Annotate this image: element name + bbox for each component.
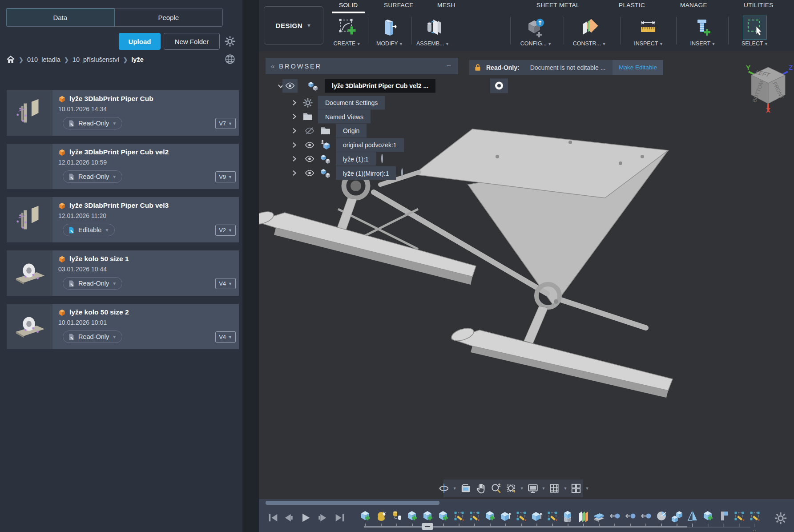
file-status-pill[interactable]: Read-Only▼ (63, 330, 122, 343)
timeline-feature-form-icon[interactable] (375, 510, 387, 522)
display-icon[interactable] (526, 483, 540, 494)
browser-row[interactable]: Origin (266, 124, 532, 137)
caret-down-icon[interactable]: ▼ (584, 486, 590, 491)
timeline-feature-planes-icon[interactable] (577, 510, 590, 522)
browser-item-label[interactable]: lyže (1)(Mirror):1 (336, 166, 396, 180)
browser-row[interactable]: lyže (1)(Mirror):1 (266, 166, 532, 180)
timeline-feature-thicken-icon[interactable] (593, 510, 605, 522)
version-badge[interactable]: V2▼ (215, 225, 236, 236)
minimize-panel-icon[interactable]: − (439, 61, 458, 71)
toolbar-group-inspect[interactable]: INSPECT ▼ (627, 16, 670, 47)
browser-row[interactable]: original podvozek:1 (266, 138, 532, 152)
toolbar-group-construct[interactable]: CONSTR... ▼ (568, 16, 611, 47)
viewports-icon[interactable] (569, 483, 583, 494)
step-forward-icon[interactable] (316, 512, 329, 524)
skip-start-icon[interactable] (267, 512, 279, 524)
browser-root-label[interactable]: lyže 3DlabPrint Piper Cub vel2 ... (325, 79, 435, 93)
version-badge[interactable]: V4▼ (215, 278, 236, 289)
grid-icon[interactable] (547, 483, 561, 494)
file-row[interactable]: lyže 3DlabPrint Piper Cub10.01.2026 14:3… (7, 90, 239, 136)
timeline-feature-component-icon[interactable] (437, 510, 450, 522)
timeline-feature-component-icon[interactable] (484, 510, 496, 522)
timeline-feature-sketch-icon[interactable] (453, 510, 465, 522)
file-row[interactable]: lyže kolo 50 size 103.01.2026 10:44Read-… (7, 250, 239, 296)
timeline-feature-sketch-icon[interactable] (515, 510, 528, 522)
ribbon-tab-utilities[interactable]: UTILITIES (744, 2, 774, 8)
fit-icon[interactable] (504, 483, 518, 494)
caret-right-icon[interactable] (290, 99, 298, 107)
caret-right-icon[interactable] (290, 155, 298, 163)
caret-right-icon[interactable] (290, 141, 298, 149)
visibility-radio[interactable] (401, 168, 403, 177)
view-cube[interactable]: LEFT BOTTOM FRONT Y Z X (741, 57, 794, 113)
version-badge[interactable]: V9▼ (215, 171, 236, 182)
orbit-icon[interactable] (437, 483, 451, 494)
timeline-feature-sketch-icon[interactable] (733, 510, 746, 522)
pan-icon[interactable] (474, 483, 488, 494)
timeline-feature-sketch-icon[interactable] (546, 510, 559, 522)
eye-off-icon[interactable] (305, 126, 314, 136)
file-row[interactable]: lyže 3DlabPrint Piper Cub vel312.01.2026… (7, 197, 239, 242)
ribbon-tab-solid[interactable]: SOLID (339, 2, 358, 8)
ribbon-tab-surface[interactable]: SURFACE (384, 2, 414, 8)
panel-settings-gear-icon[interactable] (224, 36, 236, 47)
timeline-feature-joint-icon[interactable] (609, 510, 621, 522)
caret-down-icon[interactable]: ▼ (519, 486, 525, 491)
make-editable-link[interactable]: Make Editable (613, 60, 663, 75)
breadcrumb-item[interactable]: lyže (131, 56, 143, 63)
timeline-feature-component-icon[interactable] (702, 510, 714, 522)
browser-item-label[interactable]: Origin (336, 124, 367, 137)
eye-icon[interactable] (305, 154, 314, 164)
timeline-feature-component-icon[interactable] (422, 510, 434, 522)
version-badge[interactable]: V4▼ (215, 331, 236, 343)
browser-item-label[interactable]: original podvozek:1 (336, 138, 404, 152)
browser-item-label[interactable]: lyže (1):1 (336, 152, 376, 166)
browser-item-label[interactable]: Named Views (318, 110, 371, 124)
timeline-feature-derive-icon[interactable] (391, 510, 403, 522)
caret-down-icon[interactable]: ▼ (452, 486, 458, 491)
timeline-position-marker[interactable] (422, 523, 433, 530)
caret-down-icon[interactable]: ▼ (541, 486, 547, 491)
timeline-scrollbar[interactable] (266, 501, 439, 505)
timeline-settings-gear-icon[interactable] (774, 512, 787, 525)
workspace-selector[interactable]: DESIGN ▼ (264, 6, 323, 44)
timeline-feature-joint-icon[interactable] (624, 510, 637, 522)
globe-icon[interactable] (224, 53, 236, 65)
lookat-icon[interactable] (459, 483, 473, 494)
breadcrumb-item[interactable]: 010_letadla (27, 56, 60, 63)
version-badge[interactable]: V7▼ (215, 118, 236, 129)
ribbon-tab-manage[interactable]: MANAGE (680, 2, 707, 8)
caret-down-icon[interactable]: ▼ (562, 486, 568, 491)
caret-right-icon[interactable] (290, 127, 298, 135)
file-status-pill[interactable]: Editable▼ (63, 224, 115, 236)
breadcrumb-item[interactable]: 10_příslušenství (73, 56, 120, 63)
timeline-feature-mirror-icon[interactable] (686, 510, 699, 522)
browser-row[interactable]: Named Views (266, 110, 532, 124)
play-icon[interactable] (299, 512, 312, 524)
toolbar-group-create[interactable]: CREATE ▼ (326, 16, 368, 47)
file-row[interactable]: lyže kolo 50 size 210.01.2026 10:01Read-… (7, 304, 239, 349)
timeline-feature-move-icon[interactable] (671, 510, 683, 522)
upload-button[interactable]: Upload (119, 33, 161, 50)
skip-end-icon[interactable] (334, 512, 346, 524)
timeline-feature-component-icon[interactable] (406, 510, 419, 522)
browser-root-row[interactable]: lyže 3DlabPrint Piper Cub vel2 ... (266, 79, 532, 93)
timeline-feature-flag-icon[interactable] (717, 510, 730, 522)
collapse-panel-icon[interactable]: « (266, 62, 279, 70)
timeline-feature-cut-icon[interactable] (562, 510, 574, 522)
ribbon-tab-plastic[interactable]: PLASTIC (619, 2, 645, 8)
timeline-feature-revolve-icon[interactable] (655, 510, 668, 522)
toolbar-group-configure[interactable]: CONFIG... ▼ (515, 16, 557, 47)
toolbar-group-select[interactable]: SELECT ▼ (734, 16, 776, 47)
caret-right-icon[interactable] (290, 169, 298, 177)
home-icon[interactable] (6, 55, 15, 64)
visibility-radio[interactable] (381, 154, 383, 163)
browser-row[interactable]: Document Settings (266, 96, 532, 109)
tab-people[interactable]: People (114, 8, 223, 26)
zoom-icon[interactable]: ± (489, 483, 503, 494)
file-status-pill[interactable]: Read-Only▼ (63, 170, 122, 183)
caret-right-icon[interactable] (290, 113, 298, 121)
browser-item-label[interactable]: Document Settings (318, 96, 385, 109)
file-status-pill[interactable]: Read-Only▼ (63, 117, 122, 129)
active-document-indicator[interactable] (490, 78, 508, 93)
